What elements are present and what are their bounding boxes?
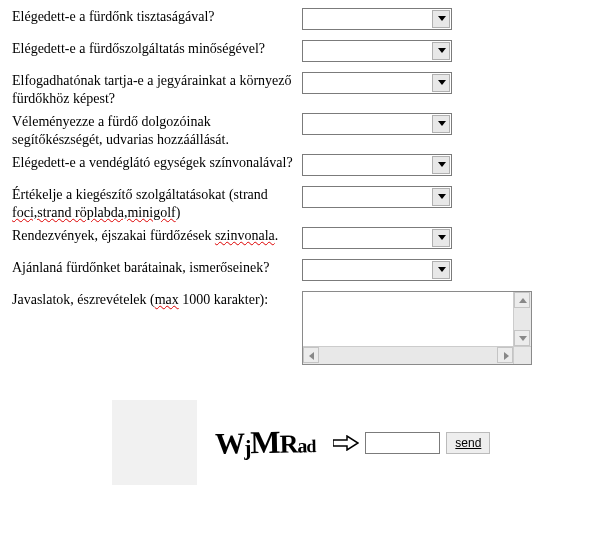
comments-textarea[interactable] — [302, 291, 532, 365]
scroll-up-icon[interactable] — [514, 292, 530, 308]
answer-dropdown[interactable] — [302, 40, 452, 62]
question-row: Elégedett-e a vendéglátó egységek színvo… — [12, 154, 594, 180]
question-row: Véleményezze a fürdő dolgozóinak segítők… — [12, 113, 594, 148]
chevron-down-icon — [438, 235, 446, 240]
captcha-image-placeholder — [112, 400, 197, 485]
chevron-down-icon — [438, 48, 446, 53]
captcha-text: WjMRad — [215, 423, 316, 462]
scroll-corner — [513, 346, 531, 364]
chevron-down-icon — [438, 16, 446, 21]
question-row: Rendezvények, éjszakai fürdőzések szinvo… — [12, 227, 594, 253]
scroll-left-icon[interactable] — [303, 347, 319, 363]
answer-dropdown[interactable] — [302, 186, 452, 208]
answer-dropdown[interactable] — [302, 72, 452, 94]
question-label: Értékelje a kiegészítő szolgáltatásokat … — [12, 186, 302, 221]
chevron-down-icon — [438, 80, 446, 85]
comments-label: Javaslatok, észrevételek (max 1000 karak… — [12, 291, 302, 309]
chevron-down-icon — [438, 267, 446, 272]
answer-dropdown[interactable] — [302, 259, 452, 281]
send-button[interactable]: send — [446, 432, 490, 454]
captcha-input[interactable] — [365, 432, 440, 454]
answer-dropdown[interactable] — [302, 154, 452, 176]
chevron-down-icon — [438, 194, 446, 199]
arrow-right-icon — [333, 435, 359, 451]
question-label: Elégedett-e a fürdőszolgáltatás minőségé… — [12, 40, 302, 58]
question-label: Véleményezze a fürdő dolgozóinak segítők… — [12, 113, 302, 148]
question-row: Elfogadhatónak tartja-e a jegyárainkat a… — [12, 72, 594, 107]
scrollbar-vertical[interactable] — [513, 292, 531, 346]
question-row: Elégedett-e a fürdőnk tisztaságával? — [12, 8, 594, 34]
answer-dropdown[interactable] — [302, 113, 452, 135]
captcha-area: WjMRad send — [12, 400, 594, 485]
scroll-down-icon[interactable] — [514, 330, 530, 346]
question-row: Értékelje a kiegészítő szolgáltatásokat … — [12, 186, 594, 221]
chevron-down-icon — [438, 162, 446, 167]
answer-dropdown[interactable] — [302, 227, 452, 249]
question-label: Rendezvények, éjszakai fürdőzések szinvo… — [12, 227, 302, 245]
scroll-right-icon[interactable] — [497, 347, 513, 363]
answer-dropdown[interactable] — [302, 8, 452, 30]
question-label: Elfogadhatónak tartja-e a jegyárainkat a… — [12, 72, 302, 107]
chevron-down-icon — [438, 121, 446, 126]
scrollbar-horizontal[interactable] — [303, 346, 513, 364]
question-row: Ajánlaná fürdőnket barátainak, ismerősei… — [12, 259, 594, 285]
comments-row: Javaslatok, észrevételek (max 1000 karak… — [12, 291, 594, 365]
question-label: Elégedett-e a fürdőnk tisztaságával? — [12, 8, 302, 26]
question-row: Elégedett-e a fürdőszolgáltatás minőségé… — [12, 40, 594, 66]
question-label: Elégedett-e a vendéglátó egységek színvo… — [12, 154, 302, 172]
question-label: Ajánlaná fürdőnket barátainak, ismerősei… — [12, 259, 302, 277]
